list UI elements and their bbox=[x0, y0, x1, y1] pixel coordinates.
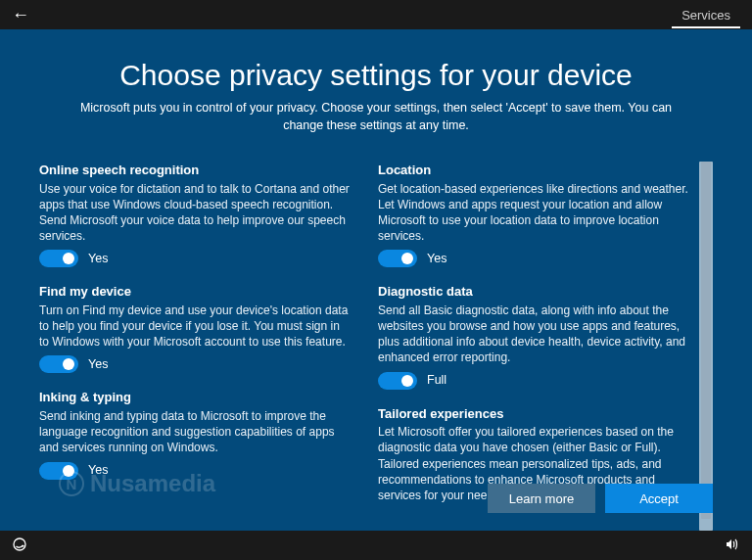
setting-title: Online speech recognition bbox=[39, 162, 352, 179]
setting-title: Inking & typing bbox=[39, 389, 352, 406]
back-arrow-icon[interactable]: ← bbox=[12, 5, 29, 25]
toggle-diag-label: Full bbox=[427, 372, 446, 389]
setting-title: Location bbox=[378, 162, 691, 179]
svg-point-0 bbox=[14, 538, 25, 550]
watermark-logo-icon: N bbox=[59, 471, 84, 496]
toggle-location[interactable] bbox=[378, 250, 417, 267]
button-row: Learn more Accept bbox=[488, 484, 713, 513]
setting-title: Diagnostic data bbox=[378, 283, 691, 301]
setting-diagnostic-data: Diagnostic data Send all Basic diagnosti… bbox=[378, 283, 691, 389]
setting-find-my-device: Find my device Turn on Find my device an… bbox=[39, 283, 352, 373]
watermark-text: Nusamedia bbox=[90, 470, 215, 497]
volume-icon[interactable] bbox=[725, 537, 740, 555]
setting-desc: Get location-based experiences like dire… bbox=[378, 181, 691, 245]
accept-button[interactable]: Accept bbox=[605, 484, 713, 513]
bottom-bar bbox=[0, 531, 752, 560]
setting-desc: Turn on Find my device and use your devi… bbox=[39, 303, 352, 350]
toggle-location-label: Yes bbox=[427, 251, 446, 267]
page-subtitle: Microsoft puts you in control of your pr… bbox=[39, 100, 713, 134]
toggle-speech-label: Yes bbox=[88, 251, 108, 267]
ease-of-access-icon[interactable] bbox=[12, 537, 27, 555]
setting-title: Tailored experiences bbox=[378, 405, 691, 423]
toggle-find-my-device[interactable] bbox=[39, 355, 78, 373]
main-panel: Choose privacy settings for your device … bbox=[0, 29, 752, 531]
top-bar: ← Services bbox=[0, 0, 752, 29]
setting-speech: Online speech recognition Use your voice… bbox=[39, 162, 352, 267]
setting-title: Find my device bbox=[39, 283, 352, 301]
tab-services[interactable]: Services bbox=[672, 2, 740, 28]
toggle-diagnostic[interactable] bbox=[378, 372, 417, 390]
settings-column-right: Location Get location-based experiences … bbox=[378, 162, 691, 531]
learn-more-button[interactable]: Learn more bbox=[488, 484, 595, 513]
setting-desc: Use your voice for dictation and to talk… bbox=[39, 181, 352, 245]
setting-location: Location Get location-based experiences … bbox=[378, 162, 691, 267]
watermark: N Nusamedia bbox=[59, 470, 215, 497]
toggle-find-label: Yes bbox=[88, 356, 108, 373]
setting-desc: Send inking and typing data to Microsoft… bbox=[39, 408, 352, 456]
toggle-speech[interactable] bbox=[39, 250, 78, 267]
scrollbar-thumb[interactable] bbox=[701, 162, 711, 519]
setting-inking-typing: Inking & typing Send inking and typing d… bbox=[39, 389, 352, 479]
scrollbar[interactable] bbox=[699, 162, 713, 531]
page-title: Choose privacy settings for your device bbox=[39, 59, 713, 92]
setting-desc: Send all Basic diagnostic data, along wi… bbox=[378, 303, 691, 366]
